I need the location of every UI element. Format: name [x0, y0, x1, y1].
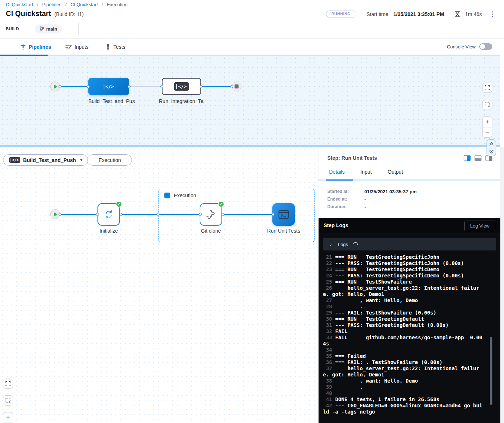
edge-dot	[59, 213, 61, 216]
log-scrollbar-thumb[interactable]	[490, 337, 492, 405]
tab-input[interactable]: Input	[360, 169, 372, 175]
edge-dot	[272, 213, 275, 216]
step-panel-tabs: Details Input Output	[319, 169, 500, 181]
play-icon	[54, 84, 57, 89]
step-node-git-clone[interactable]: ✓	[200, 203, 222, 226]
step-node-run-unit-tests[interactable]	[272, 203, 295, 226]
edge-dot	[221, 213, 224, 216]
page-title: CI Quickstart	[6, 9, 51, 18]
marquee-icon	[5, 398, 11, 403]
panel-resize-control[interactable]	[487, 139, 496, 156]
step-node-label: Git clone	[200, 228, 222, 234]
tests-flask-icon	[105, 44, 111, 50]
log-line: 36=== FAIL: . TestShowFailure (0.00s)	[323, 359, 484, 365]
breadcrumb-separator: /	[101, 2, 103, 7]
breadcrumb-separator: /	[37, 2, 39, 7]
zoom-in-button[interactable]: +	[483, 117, 492, 127]
stage-node-run-integration-tests[interactable]: </>	[162, 78, 201, 95]
start-time-label: Start time	[367, 11, 388, 17]
log-line: 41DONE 4 tests, 1 failure in 26.568s	[323, 396, 484, 403]
panel-active-underline	[326, 179, 353, 181]
step-node-label: Initialize	[97, 228, 120, 234]
kebab-menu-icon[interactable]: ⋮	[489, 10, 495, 18]
stage-selector-dropdown[interactable]: </> Build_Test_and_Push ▾	[3, 154, 88, 166]
stage-canvas: </> Build_Test_and_Push ▾ Execution − Ex…	[0, 147, 319, 423]
tab-details[interactable]: Details	[329, 169, 345, 175]
puzzle-icon	[206, 209, 216, 220]
console-view-label: Console View	[447, 44, 476, 50]
pipelines-icon	[20, 44, 26, 50]
fullscreen-icon	[5, 381, 11, 386]
breadcrumb-link-pipeline[interactable]: CI Quickstart	[6, 2, 33, 7]
edge-dot	[199, 213, 202, 216]
edge-dot	[96, 213, 99, 216]
git-branch-icon	[40, 26, 44, 31]
branch-name: main	[46, 26, 57, 32]
step-panel-title: Step: Run Unit Tests	[327, 155, 377, 161]
edge-dot	[160, 85, 163, 88]
breadcrumb-link-pipeline2[interactable]: CI Quickstart	[71, 2, 98, 7]
split-view-icon[interactable]	[464, 155, 471, 161]
log-line: 33FAIL github.com/harness/go-sample-app …	[323, 335, 484, 347]
log-view-button[interactable]: Log View	[464, 221, 495, 231]
marquee-select-button[interactable]	[3, 395, 13, 406]
pipeline-canvas: </> Build_Test_and_Pus </> Run_Integrati…	[0, 56, 500, 145]
execution-tab-pill[interactable]: Execution	[87, 154, 132, 166]
log-line: 28 .	[323, 304, 484, 310]
tab-inputs[interactable]: Inputs	[65, 39, 88, 55]
main-tabbar: Pipelines Inputs Tests Console View	[0, 38, 504, 56]
log-line: 32FAIL	[323, 328, 484, 335]
collapse-group-icon[interactable]: −	[164, 193, 170, 198]
edge-start-stage1	[60, 86, 88, 87]
status-badge: RUNNING	[326, 11, 356, 17]
tab-pipelines[interactable]: Pipelines	[20, 39, 51, 55]
zoom-controls: + −	[482, 116, 492, 138]
log-line: 29--- FAIL: TestShowFailure (0.00s)	[323, 310, 484, 316]
collapse-up-icon	[489, 142, 494, 146]
page-scroll-gutter	[500, 147, 504, 423]
edge-dot	[59, 85, 61, 88]
log-line: 22--- PASS: TestGreetingSpecificJohn (0.…	[323, 260, 484, 266]
marquee-select-button[interactable]	[482, 100, 492, 110]
edge	[121, 214, 200, 215]
breadcrumb: CI Quickstart / Pipelines / CI Quickstar…	[6, 2, 128, 7]
fit-to-screen-button[interactable]	[482, 83, 492, 93]
log-line: 25=== RUN TestShowFailure	[323, 279, 484, 285]
tab-output[interactable]: Output	[388, 169, 403, 175]
execution-pill-label: Execution	[99, 157, 121, 163]
expand-down-icon	[489, 150, 494, 154]
caret-down-icon: ▾	[80, 158, 83, 162]
stage-node-build-test-and-push[interactable]: </>	[88, 78, 129, 95]
log-output: 21=== RUN TestGreetingSpecificJohn 22---…	[319, 253, 500, 423]
zoom-out-button[interactable]: −	[483, 127, 492, 138]
step-node-label: Run Unit Tests	[265, 228, 302, 234]
edge-stage1-stage2	[129, 86, 162, 87]
log-line: 21=== RUN TestGreetingSpecificJohn	[323, 254, 484, 260]
pipeline-end-node	[232, 82, 241, 91]
detail-label: Ended at:	[327, 197, 364, 202]
elapsed-time: 1m 46s	[465, 11, 482, 17]
detail-label: Duration:	[327, 204, 364, 210]
step-logs-title: Step Logs	[324, 222, 348, 228]
header-divider	[78, 23, 79, 35]
breadcrumb-link-pipelines[interactable]: Pipelines	[42, 2, 61, 7]
start-time-value: 1/25/2021 3:35:01 PM	[393, 11, 444, 17]
zoom-in-button[interactable]: +	[3, 412, 13, 423]
tab-pipelines-label: Pipelines	[29, 44, 51, 50]
bottom-pane-icon[interactable]	[475, 155, 481, 161]
ci-codebase-icon: </>	[174, 82, 189, 91]
edge-dot	[128, 85, 131, 88]
log-line: 34	[323, 347, 484, 353]
right-pane-icon[interactable]	[485, 155, 492, 161]
edge-stage2-end	[201, 86, 232, 87]
console-view-toggle[interactable]	[479, 43, 492, 50]
step-node-initialize[interactable]: ✓	[97, 203, 120, 226]
step-logs-panel: Step Logs Log View ⌄ Logs 21=== RUN Test…	[319, 218, 500, 423]
logs-accordion[interactable]: ⌄ Logs	[323, 238, 496, 250]
fit-to-screen-button[interactable]	[3, 379, 13, 389]
stage-node-label: Build_Test_and_Pus	[88, 98, 129, 104]
detail-value: -	[364, 197, 366, 202]
execution-group-label: Execution	[174, 193, 196, 198]
tab-tests[interactable]: Tests	[105, 39, 125, 55]
app-page: CI Quickstart / Pipelines / CI Quickstar…	[0, 0, 504, 423]
